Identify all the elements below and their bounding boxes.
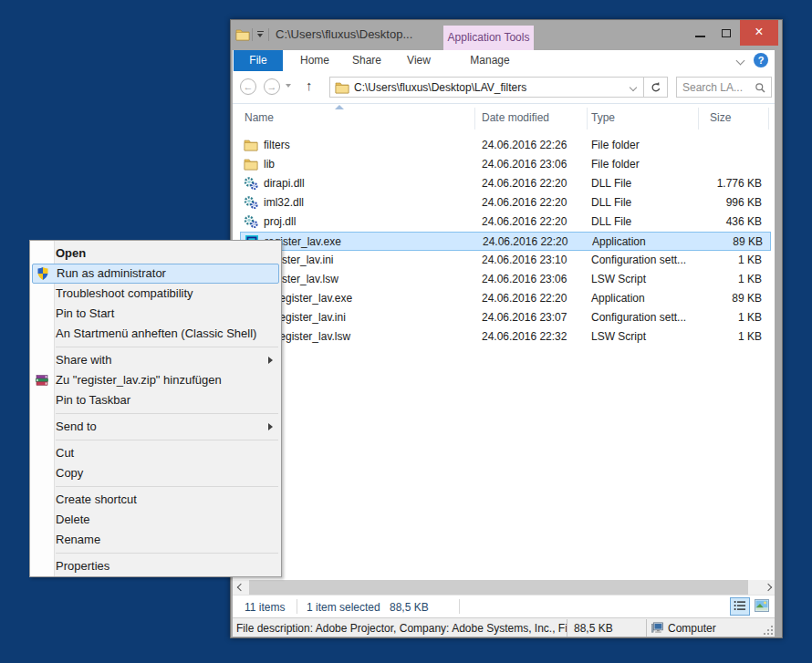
qat-dropdown-icon[interactable] [257, 31, 264, 37]
title-bar[interactable]: C:\Users\fluxus\Desktop... Application T… [231, 20, 782, 50]
status-bar: 11 items 1 item selected 88,5 KB [233, 595, 775, 617]
minimize-button[interactable] [692, 20, 710, 46]
classic-divider [567, 619, 567, 637]
file-type: Application [592, 235, 646, 248]
folder-file-icon [244, 138, 258, 152]
tab-share[interactable]: Share [340, 50, 393, 71]
menu-item-zu-register-lav-zip-hinzuf-gen[interactable]: Zu "register_lav.zip" hinzufügen [30, 370, 281, 390]
file-date-modified: 24.06.2016 22:20 [482, 215, 567, 228]
menu-separator [30, 344, 281, 350]
file-date-modified: 24.06.2016 23:10 [482, 254, 567, 266]
file-row[interactable]: proj.dll 24.06.2016 22:20 DLL File 436 K… [240, 212, 771, 232]
menu-item-run-as-administrator[interactable]: Run as administrator [32, 264, 279, 284]
column-separator[interactable] [698, 108, 699, 129]
maximize-button[interactable] [717, 20, 735, 46]
menu-item-pin-to-start[interactable]: Pin to Start [30, 304, 281, 324]
file-date-modified: 24.06.2016 22:20 [482, 292, 567, 305]
column-separator[interactable] [768, 108, 769, 129]
location-zone: Computer [668, 622, 716, 635]
file-row[interactable]: dirapi.dll 24.06.2016 22:20 DLL File 1.7… [240, 174, 771, 193]
recent-locations-dropdown-icon[interactable] [286, 84, 291, 88]
help-button[interactable]: ? [754, 53, 768, 67]
back-button[interactable]: ← [240, 78, 256, 95]
computer-icon [651, 621, 664, 635]
close-button[interactable]: × [740, 20, 778, 46]
file-size: 1.776 KB [643, 177, 762, 190]
horizontal-scrollbar[interactable] [233, 580, 775, 595]
menu-separator [30, 550, 281, 556]
classic-divider [646, 619, 647, 637]
menu-item-label: Copy [56, 466, 83, 480]
column-header-date-modified[interactable]: Date modified [482, 111, 549, 124]
menu-item-delete[interactable]: Delete [30, 510, 281, 530]
selection-size: 88,5 KB [390, 601, 429, 614]
address-path: C:\Users\fluxus\Desktop\LAV_filters [354, 81, 526, 94]
file-description: File description: Adobe Projector, Compa… [236, 622, 567, 635]
submenu-arrow-icon [268, 357, 273, 364]
search-box[interactable] [676, 77, 772, 98]
column-header-name[interactable]: Name [245, 111, 274, 124]
file-list: NameDate modifiedTypeSize filters 24.06.… [233, 103, 775, 580]
folder-file-icon [244, 157, 258, 171]
tab-view[interactable]: View [393, 50, 444, 71]
search-input[interactable] [682, 78, 751, 96]
column-separator[interactable] [587, 108, 588, 129]
scroll-right-icon[interactable] [764, 584, 771, 591]
file-row-selected[interactable]: register_lav.exe 24.06.2016 22:20 Applic… [240, 232, 771, 251]
file-row[interactable]: filters 24.06.2016 22:26 File folder [240, 136, 771, 155]
file-row[interactable]: unregister_lav.ini 24.06.2016 23:07 Conf… [240, 308, 771, 327]
file-date-modified: 24.06.2016 22:20 [482, 196, 567, 209]
tab-file[interactable]: File [234, 50, 283, 71]
file-name: dirapi.dll [264, 177, 305, 190]
folder-icon [335, 80, 349, 95]
qat-separator [252, 28, 253, 41]
chevron-down-icon[interactable] [736, 57, 745, 66]
menu-item-create-shortcut[interactable]: Create shortcut [30, 490, 281, 510]
address-dropdown-icon[interactable] [630, 84, 637, 91]
close-icon: × [755, 24, 763, 39]
column-header-size[interactable]: Size [710, 111, 731, 124]
menu-item-copy[interactable]: Copy [30, 463, 281, 483]
file-row[interactable]: lib 24.06.2016 23:06 File folder [240, 155, 771, 174]
scroll-left-icon[interactable] [236, 584, 244, 591]
column-header-type[interactable]: Type [591, 111, 615, 124]
menu-item-troubleshoot-compatibility[interactable]: Troubleshoot compatibility [30, 284, 281, 304]
refresh-button[interactable] [644, 77, 668, 98]
file-type: Application [591, 292, 645, 305]
tab-manage[interactable]: Manage [450, 50, 530, 71]
menu-item-properties[interactable]: Properties [30, 556, 281, 576]
file-date-modified: 24.06.2016 22:20 [483, 235, 567, 248]
menu-item-rename[interactable]: Rename [30, 530, 281, 550]
tab-home[interactable]: Home [289, 50, 340, 71]
forward-button[interactable]: → [264, 78, 280, 95]
context-menu: OpenRun as administratorTroubleshoot com… [29, 240, 282, 577]
up-one-level-button[interactable]: ↑ [306, 78, 313, 93]
address-bar[interactable]: C:\Users\fluxus\Desktop\LAV_filters [329, 77, 644, 98]
menu-item-cut[interactable]: Cut [30, 443, 281, 463]
thumbnail-view-button[interactable] [752, 597, 772, 616]
file-row[interactable]: unregister_lav.lsw 24.06.2016 22:32 LSW … [240, 327, 771, 347]
menu-item-pin-to-taskbar[interactable]: Pin to Taskbar [30, 390, 281, 410]
contextual-tab-application-tools[interactable]: Application Tools [443, 26, 534, 50]
column-separator[interactable] [474, 108, 475, 129]
dll-file-icon [244, 195, 258, 210]
file-row[interactable]: unregister_lav.exe 24.06.2016 22:20 Appl… [240, 289, 771, 308]
file-row[interactable]: iml32.dll 24.06.2016 22:20 DLL File 996 … [240, 193, 771, 212]
file-type: LSW Script [591, 330, 646, 343]
search-icon[interactable] [755, 81, 766, 98]
file-row[interactable]: register_lav.lsw 24.06.2016 23:06 LSW Sc… [240, 270, 771, 289]
menu-item-an-startmen-anheften-classic-shell[interactable]: An Startmenü anheften (Classic Shell) [30, 324, 281, 344]
menu-item-send-to[interactable]: Send to [30, 417, 281, 437]
file-type: File folder [591, 158, 640, 171]
details-view-button[interactable] [730, 597, 750, 616]
menu-item-share-with[interactable]: Share with [30, 350, 281, 370]
menu-item-label: Pin to Start [56, 306, 114, 320]
file-date-modified: 24.06.2016 22:20 [482, 177, 567, 190]
details-view-icon [734, 600, 746, 611]
resize-grip[interactable] [762, 624, 773, 635]
menu-item-open[interactable]: Open [30, 243, 281, 264]
file-row[interactable]: register_lav.ini 24.06.2016 23:10 Config… [240, 251, 771, 270]
desktop-background: { "window": { "title": "C:\\Users\\fluxu… [0, 0, 812, 663]
thumbnail-view-icon [755, 599, 769, 612]
scrollbar-thumb[interactable] [249, 580, 748, 595]
